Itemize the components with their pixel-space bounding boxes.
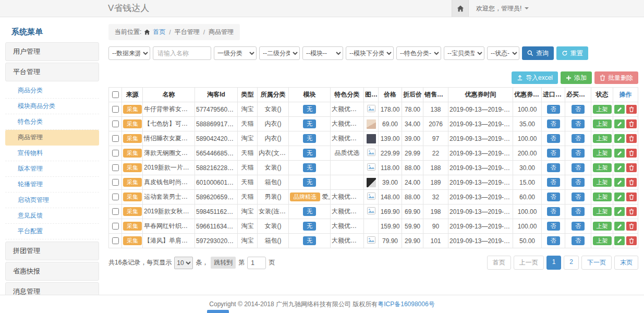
edit-button[interactable] bbox=[614, 236, 625, 245]
reset-button[interactable]: 重置 bbox=[556, 46, 588, 60]
row-checkbox[interactable] bbox=[112, 106, 119, 113]
row-checkbox[interactable] bbox=[112, 179, 119, 186]
delete-button[interactable] bbox=[626, 105, 637, 114]
row-checkbox[interactable] bbox=[112, 150, 119, 156]
per-page-select[interactable]: 10 bbox=[174, 257, 193, 269]
import-excel-button[interactable]: 导入excel bbox=[512, 71, 558, 84]
status-badge[interactable]: 上架 bbox=[593, 134, 612, 143]
sidebar-item-启动页管理[interactable]: 启动页管理 bbox=[5, 192, 99, 208]
must-buy-toggle[interactable]: 否 bbox=[572, 119, 585, 128]
breadcrumb-home-link[interactable]: 首页 bbox=[153, 28, 165, 37]
sidebar-item-意见反馈[interactable]: 意见反馈 bbox=[5, 208, 99, 224]
sidebar-group-3[interactable]: 拼团管理 bbox=[5, 242, 99, 260]
edit-button[interactable] bbox=[614, 105, 625, 114]
edit-button[interactable] bbox=[614, 222, 625, 231]
status-badge[interactable]: 上架 bbox=[593, 105, 612, 114]
edit-button[interactable] bbox=[614, 149, 625, 158]
must-buy-toggle[interactable]: 否 bbox=[572, 236, 585, 245]
delete-button[interactable] bbox=[626, 207, 637, 216]
module-subcategory-filter[interactable]: --模块下分类-- bbox=[346, 46, 394, 60]
must-buy-toggle[interactable]: 否 bbox=[572, 149, 585, 158]
pager-button-末页[interactable]: 末页 bbox=[614, 256, 638, 270]
batch-delete-button[interactable]: 批量删除 bbox=[594, 71, 638, 84]
sidebar-item-模块商品分类[interactable]: 模块商品分类 bbox=[5, 99, 99, 114]
import-select-toggle[interactable]: 否 bbox=[547, 119, 560, 128]
status-badge[interactable]: 上架 bbox=[593, 119, 612, 128]
must-buy-toggle[interactable]: 否 bbox=[572, 192, 585, 201]
delete-button[interactable] bbox=[626, 149, 637, 158]
edit-button[interactable] bbox=[614, 178, 625, 187]
edit-button[interactable] bbox=[614, 192, 625, 201]
pager-button-首页[interactable]: 首页 bbox=[487, 256, 511, 270]
pager-button-上一页[interactable]: 上一页 bbox=[514, 256, 544, 270]
item-type-filter[interactable]: --宝贝类型-- bbox=[444, 46, 484, 60]
delete-button[interactable] bbox=[626, 236, 637, 245]
pager-button-下一页[interactable]: 下一页 bbox=[581, 256, 612, 270]
row-checkbox[interactable] bbox=[112, 223, 119, 230]
delete-button[interactable] bbox=[626, 222, 637, 231]
edit-button[interactable] bbox=[614, 163, 625, 172]
must-buy-toggle[interactable]: 否 bbox=[572, 105, 585, 114]
import-select-toggle[interactable]: 否 bbox=[547, 105, 560, 114]
import-select-toggle[interactable]: 否 bbox=[547, 163, 560, 172]
sidebar-item-轮播管理[interactable]: 轮播管理 bbox=[5, 177, 99, 192]
sidebar-group-1[interactable]: 用户管理 bbox=[5, 42, 99, 61]
import-select-toggle[interactable]: 否 bbox=[547, 149, 560, 158]
status-badge[interactable]: 上架 bbox=[593, 149, 612, 158]
import-select-toggle[interactable]: 否 bbox=[547, 134, 560, 143]
delete-button[interactable] bbox=[626, 163, 637, 172]
status-filter[interactable]: --状态-- bbox=[487, 46, 519, 60]
sidebar-item-商品管理[interactable]: 商品管理 bbox=[5, 130, 99, 146]
delete-button[interactable] bbox=[626, 134, 637, 143]
feature-category-filter[interactable]: --特色分类-- bbox=[396, 46, 441, 60]
must-buy-toggle[interactable]: 否 bbox=[572, 222, 585, 231]
breadcrumb-crumb[interactable]: 平台管理 bbox=[175, 28, 200, 37]
edit-button[interactable] bbox=[614, 207, 625, 216]
page-number-input[interactable] bbox=[247, 257, 266, 269]
module-filter[interactable]: --模块-- bbox=[302, 46, 343, 60]
status-badge[interactable]: 上架 bbox=[593, 163, 612, 172]
must-buy-toggle[interactable]: 否 bbox=[572, 134, 585, 143]
sidebar-group-5[interactable]: 消息管理 bbox=[5, 282, 99, 295]
import-select-toggle[interactable]: 否 bbox=[547, 178, 560, 187]
level1-category-filter[interactable]: 一级分类 bbox=[214, 46, 257, 60]
name-search-input[interactable] bbox=[153, 46, 211, 60]
import-select-toggle[interactable]: 否 bbox=[547, 207, 560, 216]
sidebar-item-版本管理[interactable]: 版本管理 bbox=[5, 161, 99, 177]
select-all-checkbox[interactable] bbox=[112, 91, 119, 98]
row-checkbox[interactable] bbox=[112, 208, 119, 215]
sidebar-group-2[interactable]: 平台管理 bbox=[5, 63, 99, 81]
delete-button[interactable] bbox=[626, 119, 637, 128]
pager-button-2[interactable]: 2 bbox=[564, 256, 579, 270]
must-buy-toggle[interactable]: 否 bbox=[572, 178, 585, 187]
row-checkbox[interactable] bbox=[112, 121, 119, 127]
sidebar-item-特色分类[interactable]: 特色分类 bbox=[5, 114, 99, 130]
data-source-filter[interactable]: --数据来源-- bbox=[108, 46, 150, 60]
import-select-toggle[interactable]: 否 bbox=[547, 222, 560, 231]
status-badge[interactable]: 上架 bbox=[593, 178, 612, 187]
delete-button[interactable] bbox=[626, 192, 637, 201]
add-button[interactable]: 添加 bbox=[561, 71, 592, 84]
must-buy-toggle[interactable]: 否 bbox=[572, 207, 585, 216]
edit-button[interactable] bbox=[614, 134, 625, 143]
status-badge[interactable]: 上架 bbox=[593, 192, 612, 201]
must-buy-toggle[interactable]: 否 bbox=[572, 163, 585, 172]
import-select-toggle[interactable]: 否 bbox=[547, 236, 560, 245]
level2-category-filter[interactable]: --二级分类-- bbox=[259, 46, 300, 60]
user-menu[interactable]: 欢迎您，管理员! bbox=[469, 0, 536, 17]
import-select-toggle[interactable]: 否 bbox=[547, 192, 560, 201]
edit-button[interactable] bbox=[614, 119, 625, 128]
breadcrumb-crumb[interactable]: 商品管理 bbox=[209, 28, 234, 37]
sidebar-item-商品分类[interactable]: 商品分类 bbox=[5, 83, 99, 99]
row-checkbox[interactable] bbox=[112, 194, 119, 200]
delete-button[interactable] bbox=[626, 178, 637, 187]
home-nav-button[interactable] bbox=[452, 0, 469, 17]
pager-button-1[interactable]: 1 bbox=[546, 256, 562, 270]
row-checkbox[interactable] bbox=[112, 135, 119, 142]
sidebar-group-4[interactable]: 省惠快报 bbox=[5, 262, 99, 281]
sidebar-item-平台配置[interactable]: 平台配置 bbox=[5, 224, 99, 239]
status-badge[interactable]: 上架 bbox=[593, 222, 612, 231]
icp-link[interactable]: 粤ICP备16098006号 bbox=[378, 300, 434, 308]
status-badge[interactable]: 上架 bbox=[593, 207, 612, 216]
row-checkbox[interactable] bbox=[112, 237, 119, 244]
